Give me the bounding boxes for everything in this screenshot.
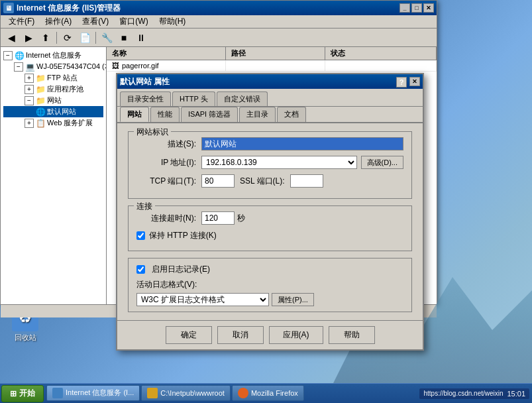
tree-item-default-site[interactable]: 🌐 默认网站 — [3, 106, 103, 117]
tree-item-apppool[interactable]: + 📁 应用程序池 — [3, 84, 103, 95]
ip-row: IP 地址(I): 192.168.0.139 高级(D)... — [136, 156, 403, 169]
tb-pause-btn[interactable]: ⏸ — [133, 30, 149, 45]
apply-btn[interactable]: 应用(A) — [269, 326, 323, 344]
list-header: 名称 路径 状态 — [107, 47, 437, 60]
logging-enable-row: 启用日志记录(E) — [136, 264, 403, 275]
dialog-title: 默认网站 属性 — [120, 76, 170, 87]
timeout-row: 连接超时(N): 秒 — [136, 211, 403, 225]
expand-apppool[interactable]: + — [25, 85, 34, 94]
tree-item-sites[interactable]: − 📁 网站 — [3, 95, 103, 106]
log-format-label: 活动日志格式(V): — [136, 279, 197, 290]
dialog-window-controls: ? ✕ — [409, 77, 420, 86]
tcp-ssl-row: TCP 端口(T): SSL 端口(L): — [136, 174, 403, 188]
tb-stop-btn[interactable]: ■ — [116, 30, 132, 45]
list-row-pagerror[interactable]: 🖼 pagerror.gif — [107, 60, 437, 72]
iis-close-btn[interactable]: ✕ — [423, 3, 434, 13]
tab-isapi-filters[interactable]: ISAPI 筛选器 — [181, 107, 238, 122]
dialog-buttons: 确定 取消 应用(A) 帮助 — [117, 320, 423, 349]
tcp-input[interactable] — [201, 174, 235, 188]
start-button[interactable]: ⊞ 开始 — [1, 385, 44, 402]
dialog-help-icon[interactable]: ? — [396, 77, 407, 87]
expand-root[interactable]: − — [3, 51, 13, 60]
windows-logo-icon: ⊞ — [10, 389, 17, 398]
timeout-unit: 秒 — [237, 213, 245, 224]
tree-item-server[interactable]: − 💻 WJ-05E754347C04 (本地) — [3, 61, 103, 72]
log-format-select[interactable]: W3C 扩展日志文件格式 — [136, 293, 269, 306]
url-hint: https://blog.csdn.net/weixin... — [423, 390, 503, 397]
tree-label-root: Internet 信息服务 — [26, 50, 81, 60]
ok-btn[interactable]: 确定 — [166, 326, 212, 344]
expand-sites[interactable]: − — [25, 96, 34, 105]
taskbar-item-firefox[interactable]: Mozilla Firefox — [232, 385, 304, 401]
tree-item-ftp[interactable]: + 📁 FTP 站点 — [3, 72, 103, 84]
taskbar-icon-iis — [52, 388, 63, 398]
log-prop-btn[interactable]: 属性(P)... — [272, 293, 314, 306]
taskbar-item-folder[interactable]: C:\Inetpub\wwwroot — [141, 385, 231, 401]
ssl-input[interactable] — [290, 174, 323, 188]
expand-server[interactable]: − — [14, 62, 23, 72]
iis-titlebar: 🖥 Internet 信息服务 (IIS)管理器 _ □ ✕ — [1, 1, 437, 15]
ip-select[interactable]: 192.168.0.139 — [201, 156, 357, 169]
help-btn[interactable]: 帮助 — [329, 326, 375, 344]
tab-custom-errors[interactable]: 自定义错误 — [217, 91, 268, 106]
timeout-label: 连接超时(N): — [136, 213, 196, 224]
tree-icon-server: 💻 — [25, 62, 35, 72]
tb-refresh-btn[interactable]: ⟳ — [60, 30, 76, 45]
desktop: ♻ 回收站 🖥 Internet 信息服务 (IIS)管理器 _ □ ✕ 文件(… — [0, 0, 532, 403]
iis-toolbar: ◀ ▶ ⬆ ⟳ 📄 🔧 ■ ⏸ — [1, 29, 437, 47]
taskbar-icon-firefox — [238, 388, 248, 398]
tree-label-server: WJ-05E754347C04 (本地) — [36, 62, 107, 72]
dialog-body: 网站标识 描述(S): IP 地址(I): 192.168.0.139 高级(D… — [117, 123, 423, 320]
tab-performance[interactable]: 性能 — [150, 107, 180, 122]
menu-window[interactable]: 窗口(W) — [114, 15, 153, 29]
tab-directory-security[interactable]: 目录安全性 — [120, 91, 171, 106]
menu-action[interactable]: 操作(A) — [40, 15, 77, 29]
tb-up-btn[interactable]: ⬆ — [38, 30, 54, 45]
tree-label-ftp: FTP 站点 — [47, 73, 78, 83]
iis-maximize-btn[interactable]: □ — [411, 3, 422, 13]
tb-forward-btn[interactable]: ▶ — [21, 30, 36, 45]
iis-menubar: 文件(F) 操作(A) 查看(V) 窗口(W) 帮助(H) — [1, 15, 437, 29]
tab-http-headers[interactable]: HTTP 头 — [172, 91, 215, 106]
taskbar-item-iis[interactable]: Internet 信息服务 (I... — [46, 385, 140, 401]
menu-help[interactable]: 帮助(H) — [154, 15, 191, 29]
tree-icon-ftp: 📁 — [35, 74, 46, 83]
desc-input[interactable] — [201, 137, 403, 150]
menu-view[interactable]: 查看(V) — [77, 15, 114, 29]
col-path[interactable]: 路径 — [226, 47, 325, 60]
dialog-titlebar: 默认网站 属性 ? ✕ — [117, 74, 423, 89]
tb-back-btn[interactable]: ◀ — [3, 30, 19, 45]
logging-checkbox[interactable] — [136, 265, 145, 274]
expand-ftp[interactable]: + — [25, 74, 34, 83]
menu-file[interactable]: 文件(F) — [3, 15, 40, 29]
iis-window-controls: _ □ ✕ — [399, 3, 434, 13]
taskbar-label-folder: C:\Inetpub\wwwroot — [160, 389, 225, 397]
start-label: 开始 — [19, 388, 35, 399]
taskbar-items: Internet 信息服务 (I... C:\Inetpub\wwwroot M… — [46, 385, 417, 402]
tab-home-dir[interactable]: 主目录 — [239, 107, 276, 122]
tab-documents[interactable]: 文档 — [277, 107, 306, 122]
tb-export-btn[interactable]: 📄 — [77, 30, 93, 45]
taskbar: ⊞ 开始 Internet 信息服务 (I... C:\Inetpub\wwwr… — [0, 383, 532, 403]
taskbar-right: https://blog.csdn.net/weixin... 15:01 — [419, 388, 532, 399]
tab-website[interactable]: 网站 — [120, 107, 149, 122]
tree-item-webext[interactable]: + 📋 Web 服务扩展 — [3, 117, 103, 129]
expand-webext[interactable]: + — [25, 119, 34, 128]
desc-row: 描述(S): — [136, 137, 403, 150]
col-name[interactable]: 名称 — [107, 47, 226, 60]
iis-window-title: Internet 信息服务 (IIS)管理器 — [17, 3, 121, 14]
col-status[interactable]: 状态 — [325, 47, 437, 60]
dialog-close-btn[interactable]: ✕ — [409, 77, 420, 86]
log-format-row: 活动日志格式(V): — [136, 279, 403, 290]
cancel-btn[interactable]: 取消 — [217, 326, 264, 344]
tree-panel: − 🌐 Internet 信息服务 − 💻 WJ-05E754347C04 (本… — [1, 47, 107, 304]
site-id-label: 网站标识 — [134, 127, 171, 138]
iis-minimize-btn[interactable]: _ — [399, 3, 410, 13]
keepalive-checkbox[interactable] — [136, 231, 145, 240]
ip-advanced-btn[interactable]: 高级(D)... — [361, 156, 403, 169]
desc-label: 描述(S): — [136, 139, 196, 150]
taskbar-label-iis: Internet 信息服务 (I... — [66, 388, 134, 398]
tb-properties-btn[interactable]: 🔧 — [99, 30, 115, 45]
tree-item-root[interactable]: − 🌐 Internet 信息服务 — [3, 50, 103, 61]
timeout-input[interactable] — [201, 211, 235, 225]
